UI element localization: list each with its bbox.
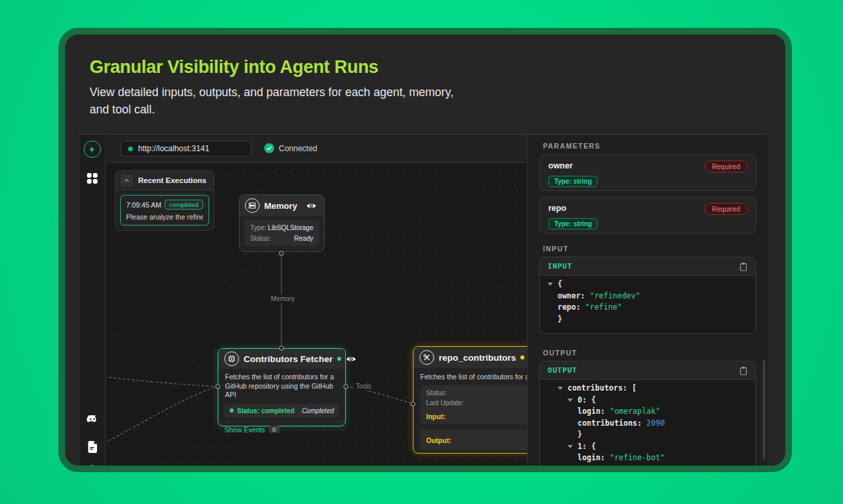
parameter-name: owner: [548, 161, 573, 170]
input-code-box: INPUT {owner: "refinedev"repo: "refine"}: [539, 257, 756, 334]
memory-node[interactable]: Memory Type: LibSQLStorage Status:: [239, 194, 325, 252]
agent-active-dot: [337, 357, 341, 361]
copy-output-icon[interactable]: [739, 366, 747, 375]
status-completed-right: Completed: [302, 407, 334, 414]
memory-type-value: LibSQLStorage: [268, 224, 313, 231]
subtitle-line-2: and tool call.: [90, 103, 155, 116]
feature-card: Granular Visibility into Agent Runs View…: [58, 28, 792, 472]
parameter-card-owner[interactable]: owner Required Type: string: [539, 155, 756, 191]
show-events-link[interactable]: Show Events: [224, 426, 265, 434]
collapse-chevron-icon[interactable]: [121, 174, 133, 186]
flow-canvas[interactable]: Recent Executions 7:09:45 AM completed P…: [106, 163, 527, 472]
parameters-heading: PARAMETERS: [543, 142, 601, 150]
repo-contributors-node[interactable]: repo_contributors Fetches the list of co…: [413, 346, 527, 454]
server-url-input[interactable]: http://localhost:3141: [121, 141, 252, 157]
contributors-fetcher-eye-icon[interactable]: [346, 353, 356, 364]
output-json[interactable]: contributors: [0: {login: "omeraplak"con…: [540, 380, 755, 472]
details-panel: PARAMETERS owner Required Type: string r…: [527, 135, 767, 472]
contributors-fetcher-node[interactable]: Contributors Fetcher Fetches the list of…: [218, 348, 346, 426]
input-box-title: INPUT: [548, 262, 572, 271]
server-url-value: http://localhost:3141: [138, 144, 209, 153]
contributors-fetcher-status-row: Status: completed Completed: [224, 404, 339, 418]
contributors-fetcher-title: Contributors Fetcher: [244, 354, 333, 364]
output-box-title: OUTPUT: [548, 366, 577, 375]
output-code-box: OUTPUT contributors: [0: {login: "omerap…: [539, 361, 756, 472]
required-badge: Required: [704, 203, 747, 215]
type-badge: Type: string: [548, 176, 597, 187]
status-completed-text: Status: completed: [237, 407, 295, 414]
recent-executions-panel: Recent Executions 7:09:45 AM completed P…: [115, 170, 214, 231]
execution-status-badge: completed: [165, 200, 203, 210]
connection-toolbar: http://localhost:3141 Connected: [106, 135, 527, 162]
parameter-card-repo[interactable]: repo Required Type: string: [539, 197, 756, 233]
discord-icon[interactable]: [86, 414, 99, 425]
connected-check-icon: [264, 143, 274, 153]
execution-time: 7:09:45 AM: [126, 201, 161, 209]
agent-chip-icon: [224, 351, 239, 366]
recent-executions-title: Recent Executions: [138, 176, 206, 184]
memory-edge-label: Memory: [268, 294, 297, 303]
panel-scrollbar[interactable]: [763, 360, 765, 460]
page-title: Granular Visibility into Agent Runs: [90, 57, 378, 78]
tool-icon: [420, 350, 434, 365]
memory-node-title: Memory: [264, 201, 297, 211]
recent-executions-header[interactable]: Recent Executions: [115, 171, 214, 190]
contributors-fetcher-description: Fetches the list of contributors for a G…: [218, 369, 345, 402]
copy-input-icon[interactable]: [739, 262, 747, 271]
execution-list-item[interactable]: 7:09:45 AM completed Please analyze the …: [120, 195, 209, 225]
input-heading: INPUT: [543, 245, 569, 253]
repo-contributors-title: repo_contributors: [439, 353, 516, 363]
output-heading: OUTPUT: [543, 349, 577, 357]
memory-status-value: Ready: [294, 235, 313, 242]
input-json[interactable]: {owner: "refinedev"repo: "refine"}: [540, 276, 755, 325]
repo-status-label: Status:: [426, 389, 447, 397]
repo-last-update-label: Last Update:: [426, 399, 464, 407]
tool-active-dot: [520, 355, 524, 359]
subtitle-line-1: View detailed inputs, outputs, and param…: [90, 86, 453, 99]
app-sidebar: [79, 135, 106, 472]
memory-icon: [245, 198, 260, 213]
memory-status-label: Status:: [250, 235, 271, 242]
tools-edge-label: Tools: [353, 382, 374, 391]
bolt-logo-icon[interactable]: [84, 141, 101, 158]
memory-node-body: Type: LibSQLStorage Status: Ready: [244, 220, 319, 246]
type-badge: Type: string: [548, 218, 597, 229]
page-subtitle: View detailed inputs, outputs, and param…: [90, 84, 453, 118]
execution-message: Please analyze the refine...: [126, 213, 203, 221]
status-completed-dot: [230, 409, 234, 412]
connection-status: Connected: [264, 143, 317, 153]
repo-output-label: Output:: [426, 436, 451, 444]
docs-icon[interactable]: [87, 441, 98, 453]
repo-contributors-output-box: Output:: [420, 429, 527, 450]
server-online-dot: [128, 147, 133, 151]
events-count-badge: 0: [269, 426, 279, 433]
parameter-name: repo: [548, 204, 566, 213]
app-window: http://localhost:3141 Connected Recent E…: [78, 134, 767, 472]
required-badge: Required: [704, 160, 747, 172]
repo-contributors-description: Fetches the list of contributors for a G…: [414, 368, 527, 383]
status-dot-icon[interactable]: [88, 465, 96, 472]
repo-input-label: Input:: [426, 412, 527, 420]
repo-contributors-status-box: Status: Last Update: 7 Input:: [420, 385, 527, 424]
connection-status-label: Connected: [279, 144, 317, 153]
memory-type-label: Type:: [250, 224, 266, 231]
memory-eye-icon[interactable]: [304, 200, 319, 211]
apps-grid-icon[interactable]: [87, 173, 98, 184]
